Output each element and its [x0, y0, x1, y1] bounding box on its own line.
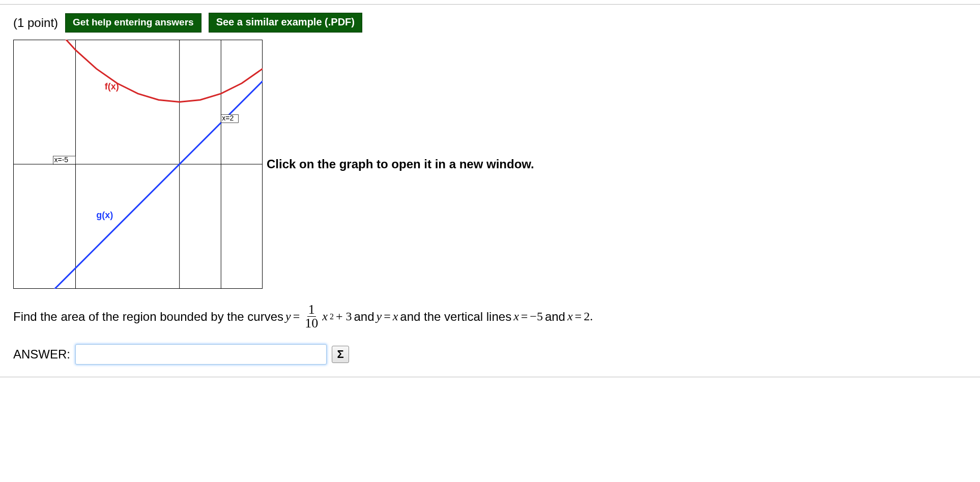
graph-caption: Click on the graph to open it in a new w… — [267, 157, 534, 171]
header-row: (1 point) Get help entering answers See … — [0, 5, 980, 38]
math-y1: y — [285, 310, 291, 323]
math-eq1: = — [293, 310, 300, 323]
bottom-divider — [0, 377, 980, 377]
math-x4: x — [567, 310, 573, 323]
help-entering-answers-button[interactable]: Get help entering answers — [65, 13, 201, 33]
fraction-numerator: 1 — [307, 303, 316, 317]
math-x1: x — [322, 310, 328, 323]
math-fraction: 1 10 — [304, 303, 319, 330]
math-eq3: = — [521, 310, 528, 323]
math-y2: y — [376, 310, 382, 323]
equation-editor-button[interactable]: Σ — [332, 346, 349, 363]
math-eq2: = — [384, 310, 391, 323]
points-label: (1 point) — [13, 16, 58, 30]
math-neg5: −5 — [530, 310, 543, 323]
chart-svg[interactable]: f(x) g(x) x=-5 x=2 — [13, 40, 263, 289]
question-part1: Find the area of the region bounded by t… — [13, 310, 283, 324]
question-and2: and the vertical lines — [400, 310, 511, 324]
math-x3: x — [513, 310, 519, 323]
g-of-x-label: g(x) — [96, 210, 113, 220]
answer-label: ANSWER: — [13, 347, 70, 362]
math-sq: 2 — [330, 312, 334, 321]
f-of-x-label: f(x) — [105, 81, 119, 92]
fraction-denominator: 10 — [304, 317, 319, 330]
math-two: 2. — [584, 310, 593, 323]
question-text: Find the area of the region bounded by t… — [0, 294, 980, 334]
math-plus3: + 3 — [336, 310, 352, 323]
x-neg5-label: x=-5 — [54, 156, 69, 164]
x-2-label: x=2 — [222, 114, 234, 122]
graph-panel[interactable]: f(x) g(x) x=-5 x=2 — [13, 40, 263, 289]
question-and1: and — [354, 310, 374, 324]
see-similar-example-button[interactable]: See a similar example (.PDF) — [209, 13, 362, 33]
math-x2: x — [393, 310, 398, 323]
question-and3: and — [545, 310, 565, 324]
answer-input[interactable] — [75, 344, 327, 365]
math-eq4: = — [575, 310, 582, 323]
